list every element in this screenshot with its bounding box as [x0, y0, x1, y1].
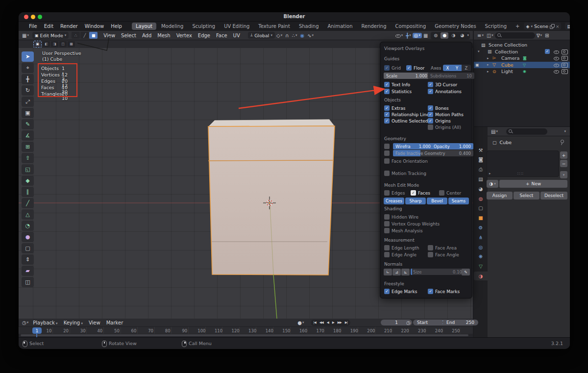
face-angle-checkbox[interactable]: Face Angle [428, 251, 459, 258]
expand-icon[interactable]: ▸ [489, 172, 491, 175]
editor-type-button[interactable]: ▦▾ [21, 33, 30, 38]
hide-eye-icon[interactable] [554, 56, 559, 60]
tool-select-box[interactable]: ➤ [22, 51, 34, 62]
tool-inset-faces[interactable]: ◱ [22, 164, 34, 174]
select-invert-button[interactable]: ◫ [59, 41, 67, 47]
mesh-edit-sharp-button[interactable]: Sharp [405, 198, 426, 204]
fade-inactive-slider[interactable]: Fade Inactive Geometry0.400 [393, 150, 473, 156]
pivot-point-dropdown[interactable]: ◇▾ [275, 33, 284, 38]
mesh-edit-seams-button[interactable]: Seams [448, 198, 469, 204]
hidden-wire-checkbox[interactable]: Hidden Wire [384, 214, 418, 220]
tool-extrude-region[interactable]: ⇧ [22, 153, 34, 163]
view-layer-selector[interactable]: ▤ ▾ ViewLayer × [565, 23, 570, 30]
menu-file[interactable]: File [25, 23, 41, 30]
workspace-tab-rendering[interactable]: Rendering [357, 23, 390, 30]
xray-toggle[interactable]: ▦ [422, 33, 429, 38]
assign-button[interactable]: Assign [487, 192, 513, 199]
tab-collection[interactable]: ▢ [474, 204, 488, 213]
workspace-tab-geometry-nodes[interactable]: Geometry Nodes [431, 23, 480, 30]
origins-all-checkbox[interactable]: Origins (All) [428, 124, 461, 130]
tool-shrink-fatten[interactable]: ⇕ [22, 254, 34, 265]
relationship-lines-checkbox[interactable]: ✓Relationship Lines [384, 111, 432, 118]
viewport-menu-view[interactable]: View [100, 32, 118, 39]
play-reverse-button[interactable]: ◀ [325, 321, 330, 324]
vertex-group-weights-checkbox[interactable]: Vertex Group Weights [384, 221, 440, 227]
tab-object-data[interactable]: ▽ [474, 262, 488, 271]
wireframe-slider[interactable]: Wirefra1.000 [393, 143, 433, 149]
disclosure-closed-icon[interactable]: ▸ [487, 70, 489, 74]
viewport-menu-face[interactable]: Face [213, 32, 230, 39]
outliner-filter-type-dropdown[interactable]: ◫▾ [485, 33, 495, 38]
outliner-row-cube[interactable]: ▣▸▽Cube▽ [474, 62, 570, 69]
workspace-tab-uv-editing[interactable]: UV Editing [220, 23, 253, 30]
material-shading-button[interactable]: ◑ [449, 32, 457, 39]
next-keyframe-button[interactable]: ▶▶ [336, 321, 343, 324]
axis-x-toggle[interactable]: X [443, 65, 452, 71]
faces-checkbox[interactable]: ✓Faces [411, 190, 430, 196]
tool-poly-build[interactable]: △ [22, 209, 34, 220]
new-collection-button[interactable]: ⊞ [543, 33, 550, 38]
timeline-menu-playback[interactable]: Playback ▾ [30, 320, 60, 326]
tab-output[interactable]: ⎙ [474, 165, 488, 174]
face-select-button[interactable]: ■ [89, 32, 98, 39]
menu-help[interactable]: Help [107, 23, 125, 30]
outliner-display-mode-dropdown[interactable]: ≡▾ [476, 33, 485, 38]
tool-edge-slide[interactable]: ▢ [22, 243, 34, 253]
timeline-ruler[interactable]: 1 10203040506070809010011012013014015016… [19, 326, 473, 334]
tool-spin[interactable]: ◔ [22, 221, 34, 231]
viewport-menu-mesh[interactable]: Mesh [154, 32, 173, 39]
tool-move[interactable]: ╋ [22, 74, 34, 84]
grid-subdivisions-slider[interactable]: Subdivisions10 [428, 73, 474, 79]
timeline-menu-view[interactable]: View [86, 320, 103, 326]
bones-checkbox[interactable]: ✓Bones [428, 105, 449, 111]
visibility-dropdown[interactable]: ▾ [394, 33, 405, 38]
tab-modifiers[interactable]: ⚙ [474, 223, 488, 232]
include-checkbox[interactable]: ✓ [545, 49, 550, 54]
auto-keying-toggle[interactable]: ●▾ [296, 320, 305, 325]
outliner-row-scene-collection[interactable]: ▤Scene Collection [474, 42, 570, 49]
frame-end-field[interactable]: End250 [442, 320, 478, 325]
text-info-checkbox[interactable]: ✓Text Info [384, 81, 410, 88]
disclosure-closed-icon[interactable]: ▸ [487, 56, 489, 60]
overlays-dropdown[interactable]: ◎▾ [413, 33, 422, 38]
tool-scale[interactable]: ⤢ [22, 97, 34, 107]
proportional-falloff-dropdown[interactable]: ∿▾ [306, 33, 315, 38]
material-slot-list[interactable]: ▸ ∷∷ [487, 150, 559, 177]
properties-context-dropdown[interactable]: ▤▾ [490, 129, 499, 134]
add-slot-button[interactable]: + [560, 151, 567, 159]
menu-edit[interactable]: Edit [41, 23, 57, 30]
orientation-dropdown[interactable]: ⟂ Global ▾ [248, 32, 275, 39]
tool-measure[interactable]: ∡ [22, 130, 34, 141]
edge-angle-checkbox[interactable]: Edge Angle [384, 251, 416, 258]
solid-shading-button[interactable]: ● [441, 32, 448, 39]
remove-slot-button[interactable]: − [560, 160, 567, 167]
new-material-button[interactable]: +New [499, 180, 567, 188]
play-button[interactable]: ▶ [331, 321, 336, 324]
properties-search-input[interactable] [506, 128, 547, 135]
mesh-analysis-checkbox[interactable]: Mesh Analysis [384, 227, 423, 234]
floor-checkbox[interactable]: ✓Floor [406, 65, 424, 71]
close-icon[interactable]: × [556, 24, 560, 29]
tab-world[interactable]: ◍ [474, 194, 488, 203]
timeline-track[interactable] [19, 334, 473, 337]
split-normals-button[interactable]: ⊿ [392, 269, 401, 275]
extras-checkbox[interactable]: ✓Extras [384, 105, 405, 111]
center-checkbox[interactable]: Center [439, 190, 461, 196]
select-extend-button[interactable]: ◧ [43, 41, 50, 47]
tab-scene[interactable]: ◕ [474, 184, 488, 193]
face-normals-button[interactable]: ⊾ [401, 269, 410, 275]
vertex-select-button[interactable]: ∴ [72, 32, 80, 39]
stopwatch-icon[interactable]: ◷ [406, 320, 411, 325]
tab-particles[interactable]: ❋ [474, 252, 488, 261]
vertex-normals-button[interactable]: ∟ [384, 269, 392, 275]
mesh-edit-creases-button[interactable]: Creases [384, 198, 404, 204]
tab-render[interactable]: ◙ [474, 155, 488, 164]
axis-y-toggle[interactable]: Y [452, 65, 462, 71]
tool-knife[interactable]: ╱ [22, 198, 34, 208]
timeline-scrollbar[interactable] [21, 334, 468, 336]
grid-scale-slider[interactable]: Scale1.000 [384, 73, 430, 79]
select-subtract-button[interactable]: ◨ [51, 41, 58, 47]
select-intersect-button[interactable]: ▦ [68, 41, 75, 47]
tool-transform[interactable]: ▣ [22, 108, 34, 118]
tab-tool[interactable]: ⚒ [474, 146, 488, 154]
